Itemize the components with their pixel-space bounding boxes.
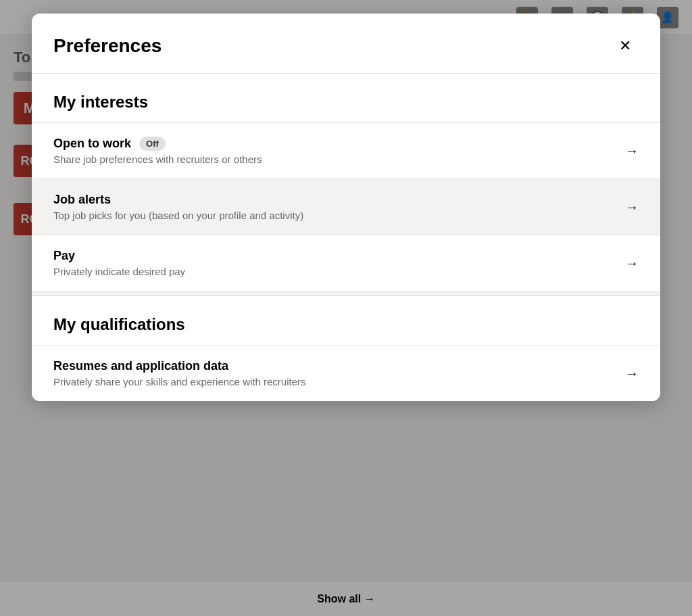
resumes-label: Resumes and application data [53, 359, 228, 373]
open-to-work-arrow-icon: → [625, 143, 639, 159]
menu-item-resumes-title: Resumes and application data [53, 359, 614, 373]
job-alerts-arrow-icon: → [625, 199, 639, 215]
section-my-qualifications: My qualifications Resumes and applicatio… [32, 296, 660, 401]
modal-title: Preferences [53, 35, 162, 57]
menu-item-pay-content: Pay Privately indicate desired pay [53, 249, 614, 277]
open-to-work-subtitle: Share job preferences with recruiters or… [53, 153, 614, 165]
menu-item-job-alerts-content: Job alerts Top job picks for you (based … [53, 193, 614, 221]
pay-subtitle: Privately indicate desired pay [53, 266, 614, 277]
menu-item-open-to-work-title: Open to work Off [53, 137, 614, 151]
modal-overlay: Preferences ✕ My interests Open to work … [0, 0, 692, 616]
section-heading-my-interests: My interests [32, 74, 660, 122]
section-my-interests: My interests Open to work Off Share job … [32, 74, 660, 291]
menu-item-resumes-content: Resumes and application data Privately s… [53, 359, 614, 387]
menu-item-open-to-work[interactable]: Open to work Off Share job preferences w… [32, 122, 660, 179]
menu-item-pay-title: Pay [53, 249, 614, 263]
job-alerts-label: Job alerts [53, 193, 111, 207]
open-to-work-label: Open to work [53, 137, 131, 151]
menu-item-pay[interactable]: Pay Privately indicate desired pay → [32, 235, 660, 291]
preferences-modal: Preferences ✕ My interests Open to work … [32, 14, 660, 401]
menu-item-job-alerts[interactable]: Job alerts Top job picks for you (based … [32, 179, 660, 235]
open-to-work-badge: Off [139, 137, 166, 151]
menu-item-resumes[interactable]: Resumes and application data Privately s… [32, 345, 660, 401]
resumes-subtitle: Privately share your skills and experien… [53, 376, 614, 387]
section-heading-my-qualifications: My qualifications [32, 296, 660, 345]
close-button[interactable]: ✕ [612, 32, 639, 60]
modal-body: My interests Open to work Off Share job … [32, 74, 660, 401]
modal-header: Preferences ✕ [32, 14, 660, 74]
menu-item-open-to-work-content: Open to work Off Share job preferences w… [53, 137, 614, 165]
pay-arrow-icon: → [625, 256, 639, 271]
menu-item-job-alerts-title: Job alerts [53, 193, 614, 207]
job-alerts-subtitle: Top job picks for you (based on your pro… [53, 210, 614, 221]
pay-label: Pay [53, 249, 75, 263]
section-divider [32, 291, 660, 296]
resumes-arrow-icon: → [625, 366, 639, 381]
